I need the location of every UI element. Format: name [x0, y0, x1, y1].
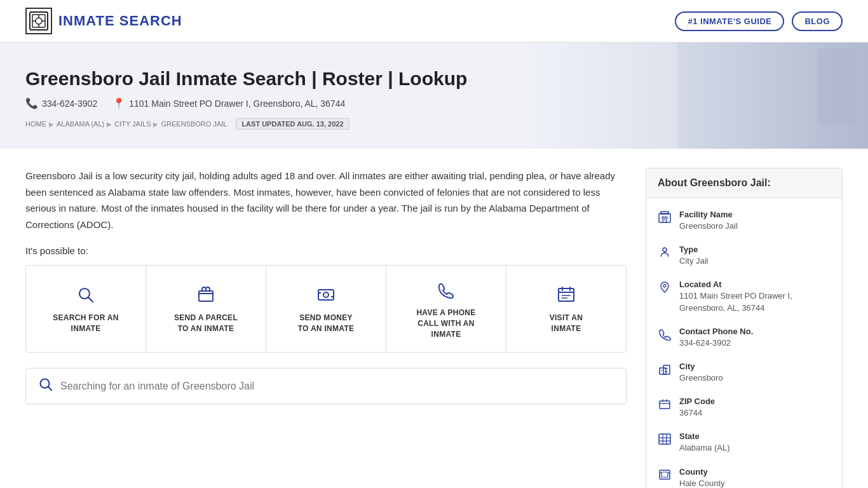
svg-rect-31: [663, 365, 670, 374]
breadcrumb-state[interactable]: ALABAMA (AL): [57, 120, 104, 128]
type-content: Type City Jail: [679, 245, 709, 267]
blog-button[interactable]: BLOG: [792, 11, 843, 31]
phone-content: Contact Phone No. 334-624-3902: [679, 327, 753, 349]
hero-phone: 📞 334-624-3902: [25, 97, 97, 109]
location-label: Located At: [679, 280, 831, 289]
sidebar-card: About Greensboro Jail: Facil: [646, 168, 843, 488]
svg-rect-44: [661, 472, 668, 477]
action-card-phone[interactable]: HAVE A PHONECALL WITH ANINMATE: [386, 266, 506, 352]
type-value: City Jail: [679, 255, 709, 267]
zip-value: 36744: [679, 407, 715, 419]
city-label: City: [679, 362, 723, 371]
action-card-parcel-label: SEND A PARCELTO AN INMATE: [174, 313, 238, 334]
city-value: Greensboro: [679, 372, 723, 384]
hero-meta: 📞 334-624-3902 📍 1101 Main Street PO Dra…: [25, 97, 843, 109]
state-content: State Alabama (AL): [679, 431, 729, 454]
main-content: Greensboro Jail is a low security city j…: [0, 149, 868, 488]
facility-name-value: Greensboro Jail: [679, 220, 738, 232]
svg-point-2: [36, 18, 42, 24]
svg-rect-10: [318, 290, 334, 300]
svg-point-28: [664, 252, 665, 253]
breadcrumb-sep-3: ▶: [153, 121, 158, 128]
jail-description: Greensboro Jail is a low security city j…: [25, 168, 627, 233]
search-inmate-icon: [77, 286, 95, 306]
state-value: Alabama (AL): [679, 442, 729, 454]
svg-rect-37: [660, 401, 670, 409]
svg-point-11: [323, 292, 329, 297]
breadcrumb-updated: LAST UPDATED AUG. 13, 2022: [236, 118, 349, 130]
svg-rect-22: [659, 214, 670, 222]
sidebar-body: Facility Name Greensboro Jail Typ: [646, 198, 842, 488]
action-card-money-label: SEND MONEYTO AN INMATE: [298, 313, 355, 334]
phone-call-icon: [437, 281, 455, 301]
search-bar-icon: [39, 377, 53, 395]
sidebar-row-phone: Contact Phone No. 334-624-3902: [646, 320, 842, 355]
action-card-money[interactable]: SEND MONEYTO AN INMATE: [266, 266, 386, 352]
breadcrumb-category[interactable]: CITY JAILS: [114, 120, 151, 128]
county-value: Hale County: [679, 478, 725, 489]
search-input[interactable]: [60, 381, 613, 392]
svg-line-8: [89, 298, 93, 302]
state-label: State: [679, 431, 729, 441]
hero-section: Greensboro Jail Inmate Search | Roster |…: [0, 43, 868, 149]
action-card-parcel[interactable]: SEND A PARCELTO AN INMATE: [146, 266, 266, 352]
county-label: County: [679, 467, 725, 477]
action-card-visit-label: VISIT ANINMATE: [550, 313, 583, 334]
logo-icon: [25, 8, 52, 34]
sidebar-phone-icon: [658, 328, 672, 344]
logo-text: INMATE SEARCH: [58, 13, 182, 29]
search-bar[interactable]: [25, 368, 627, 404]
city-icon: [658, 363, 672, 379]
breadcrumb: HOME ▶ ALABAMA (AL) ▶ CITY JAILS ▶ GREEN…: [25, 118, 843, 130]
sidebar-row-facility-name: Facility Name Greensboro Jail: [646, 203, 842, 238]
logo[interactable]: INMATE SEARCH: [25, 8, 182, 34]
zip-content: ZIP Code 36744: [679, 396, 715, 419]
breadcrumb-current: GREENSBORO JAIL: [161, 120, 227, 128]
location-icon: 📍: [112, 97, 125, 109]
breadcrumb-home[interactable]: HOME: [25, 120, 46, 128]
county-icon: [658, 468, 672, 484]
facility-name-icon: [658, 211, 672, 227]
parcel-icon: [197, 286, 215, 306]
svg-line-21: [48, 387, 51, 390]
location-value: 1101 Main Street PO Drawer I, Greensboro…: [679, 290, 831, 313]
svg-rect-23: [661, 212, 668, 214]
sidebar-row-state: State Alabama (AL): [646, 425, 842, 460]
breadcrumb-sep-2: ▶: [107, 121, 112, 128]
svg-rect-9: [199, 291, 213, 301]
header-nav: #1 INMATE'S GUIDE BLOG: [675, 11, 843, 31]
page-title: Greensboro Jail Inmate Search | Roster |…: [25, 68, 843, 90]
zip-icon: [658, 398, 672, 414]
hero-address: 📍 1101 Main Street PO Drawer I, Greensbo…: [112, 97, 345, 109]
svg-point-7: [79, 288, 90, 299]
phone-icon: 📞: [25, 97, 38, 109]
city-content: City Greensboro: [679, 362, 723, 384]
money-icon: [317, 286, 335, 306]
svg-rect-24: [662, 217, 664, 219]
sidebar-row-type: Type City Jail: [646, 238, 842, 273]
action-card-search-label: SEARCH FOR ANINMATE: [53, 313, 118, 334]
sidebar-row-location: Located At 1101 Main Street PO Drawer I,…: [646, 273, 842, 320]
action-card-search[interactable]: SEARCH FOR ANINMATE: [26, 266, 146, 352]
phone-value: 334-624-3902: [679, 337, 753, 349]
left-column: Greensboro Jail is a low security city j…: [25, 168, 627, 488]
right-sidebar: About Greensboro Jail: Facil: [646, 168, 843, 488]
sidebar-row-county: County Hale County: [646, 461, 842, 489]
visit-icon: [557, 286, 575, 306]
type-label: Type: [679, 245, 709, 254]
zip-label: ZIP Code: [679, 396, 715, 406]
action-cards: SEARCH FOR ANINMATE SEND A PARCELTO AN I…: [25, 265, 627, 353]
svg-rect-14: [559, 288, 574, 301]
action-card-phone-label: HAVE A PHONECALL WITH ANINMATE: [416, 308, 475, 339]
site-header: INMATE SEARCH #1 INMATE'S GUIDE BLOG: [0, 0, 868, 43]
sidebar-title: About Greensboro Jail:: [646, 168, 842, 198]
breadcrumb-sep-1: ▶: [49, 121, 54, 128]
sidebar-row-zip: ZIP Code 36744: [646, 390, 842, 425]
location-pin-icon: [658, 281, 672, 297]
inmate-guide-button[interactable]: #1 INMATE'S GUIDE: [675, 11, 784, 31]
type-icon: [658, 246, 672, 262]
hero-content: Greensboro Jail Inmate Search | Roster |…: [25, 68, 843, 130]
action-card-visit[interactable]: VISIT ANINMATE: [506, 266, 626, 352]
svg-rect-25: [665, 217, 667, 219]
location-content: Located At 1101 Main Street PO Drawer I,…: [679, 280, 831, 313]
